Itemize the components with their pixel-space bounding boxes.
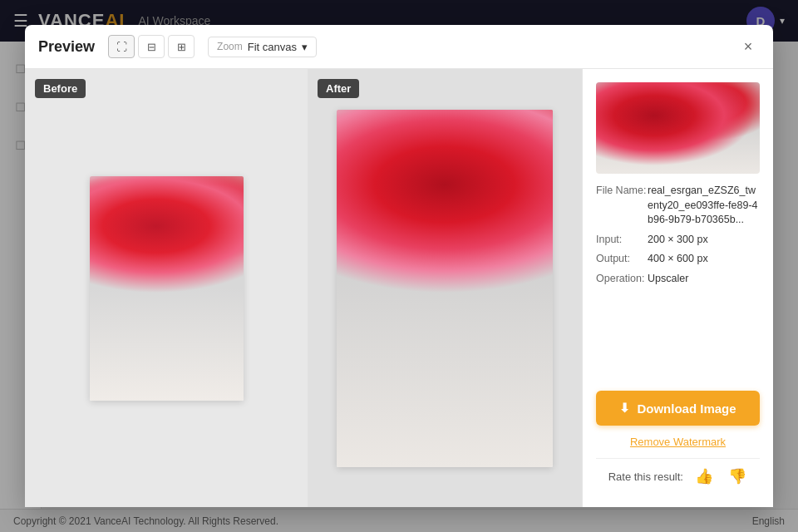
split-icon: ⊟ bbox=[147, 41, 156, 53]
after-label: After bbox=[318, 79, 359, 98]
zoom-label: Zoom bbox=[217, 41, 243, 52]
before-label: Before bbox=[35, 79, 86, 98]
zoom-chevron-icon: ▾ bbox=[302, 41, 308, 53]
download-button[interactable]: ⬇ Download Image bbox=[596, 391, 760, 426]
grid-icon: ⊞ bbox=[177, 41, 186, 53]
before-image-content bbox=[90, 176, 244, 401]
remove-watermark-link[interactable]: Remove Watermark bbox=[596, 436, 760, 448]
file-info: File Name: real_esrgan_eZSZ6_twenty20_ee… bbox=[596, 184, 760, 286]
zoom-value: Fit canvas bbox=[248, 41, 297, 53]
filename-value: real_esrgan_eZSZ6_twenty20_ee093ffe-fe89… bbox=[648, 184, 760, 228]
result-thumbnail bbox=[596, 82, 760, 174]
input-value: 200 × 300 px bbox=[648, 233, 708, 248]
output-label: Output: bbox=[596, 252, 648, 267]
grid-view-button[interactable]: ⊞ bbox=[168, 35, 195, 58]
operation-row: Operation: Upscaler bbox=[596, 272, 760, 287]
comparison-area: Before After bbox=[25, 69, 582, 507]
zoom-control[interactable]: Zoom Fit canvas ▾ bbox=[208, 37, 317, 57]
download-label: Download Image bbox=[637, 401, 736, 416]
rate-section: Rate this result: 👍 👎 bbox=[596, 458, 760, 494]
modal-body: Before After bbox=[25, 69, 773, 507]
after-panel: After bbox=[308, 69, 582, 507]
preview-modal: Preview ⛶ ⊟ ⊞ Zoom Fit canvas ▾ × bbox=[25, 25, 773, 507]
before-panel: Before bbox=[25, 69, 308, 507]
operation-value: Upscaler bbox=[648, 272, 688, 287]
view-controls: ⛶ ⊟ ⊞ bbox=[108, 35, 195, 58]
thumbs-up-icon: 👍 bbox=[695, 468, 713, 485]
after-image bbox=[337, 110, 553, 467]
expand-view-button[interactable]: ⛶ bbox=[108, 35, 135, 58]
thumbs-down-icon: 👎 bbox=[728, 468, 746, 485]
modal-title: Preview bbox=[38, 38, 95, 56]
close-icon: × bbox=[744, 38, 753, 56]
thumbs-down-button[interactable]: 👎 bbox=[725, 466, 750, 487]
split-view-button[interactable]: ⊟ bbox=[138, 35, 165, 58]
before-image bbox=[90, 176, 244, 401]
output-row: Output: 400 × 600 px bbox=[596, 252, 760, 267]
after-image-content bbox=[337, 110, 553, 467]
operation-label: Operation: bbox=[596, 272, 648, 287]
modal-header: Preview ⛶ ⊟ ⊞ Zoom Fit canvas ▾ × bbox=[25, 25, 773, 69]
filename-row: File Name: real_esrgan_eZSZ6_twenty20_ee… bbox=[596, 184, 760, 228]
input-row: Input: 200 × 300 px bbox=[596, 233, 760, 248]
output-value: 400 × 600 px bbox=[648, 252, 708, 267]
download-icon: ⬇ bbox=[619, 401, 630, 416]
rate-label: Rate this result: bbox=[608, 470, 683, 483]
close-button[interactable]: × bbox=[736, 35, 760, 58]
input-label: Input: bbox=[596, 233, 648, 248]
expand-icon: ⛶ bbox=[116, 41, 127, 53]
modal-overlay: Preview ⛶ ⊟ ⊞ Zoom Fit canvas ▾ × bbox=[0, 0, 798, 532]
thumbnail-image-content bbox=[596, 82, 760, 174]
thumbs-up-button[interactable]: 👍 bbox=[692, 466, 717, 487]
filename-label: File Name: bbox=[596, 184, 648, 228]
info-sidebar: File Name: real_esrgan_eZSZ6_twenty20_ee… bbox=[582, 69, 773, 507]
